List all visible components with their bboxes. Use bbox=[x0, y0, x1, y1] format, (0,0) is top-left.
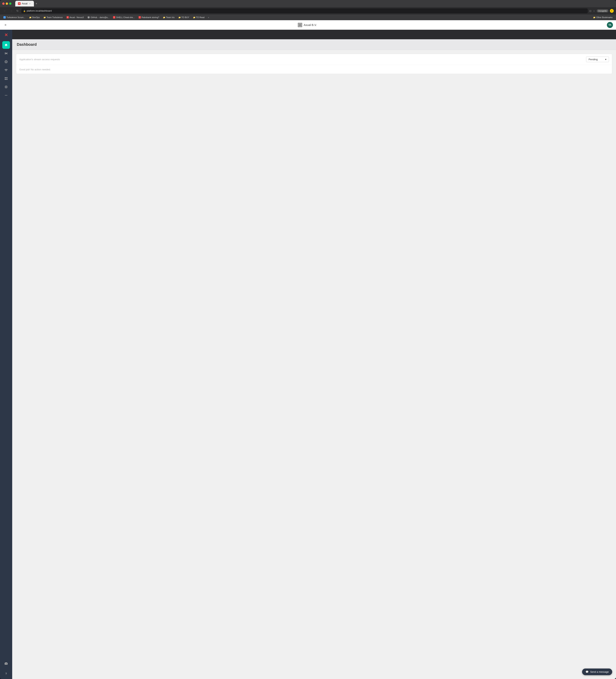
grid-icon bbox=[4, 77, 8, 80]
help-icon: ? bbox=[5, 672, 7, 675]
back-button[interactable]: ← bbox=[2, 8, 7, 13]
bookmark-devops[interactable]: 📁 DevOps bbox=[28, 15, 41, 19]
request-card-body: Good job! No action needed. bbox=[16, 65, 612, 74]
content-area: Application's stream access requests Pen… bbox=[12, 50, 616, 78]
sidebar: ✕ bbox=[0, 30, 12, 679]
close-window-btn[interactable] bbox=[2, 2, 5, 5]
access-request-card: Application's stream access requests Pen… bbox=[16, 54, 612, 74]
bookmark-github[interactable]: ● GitHub. - dario@a... bbox=[86, 15, 111, 19]
sidebar-item-settings[interactable] bbox=[2, 660, 10, 668]
pending-dropdown-label: Pending bbox=[589, 58, 598, 61]
maximize-window-btn[interactable] bbox=[9, 2, 11, 5]
shell-icon: ! bbox=[113, 16, 115, 19]
axual-logo-icon bbox=[298, 23, 302, 27]
page-title: Dashboard bbox=[17, 42, 611, 47]
main-content: Dashboard Application's stream access re… bbox=[12, 39, 616, 679]
page-title-bar: Dashboard bbox=[12, 39, 616, 50]
minimize-window-btn[interactable] bbox=[6, 2, 8, 5]
bookmark-team-turbulence[interactable]: 📁 Team Turbulence bbox=[42, 15, 64, 19]
folder-icon: 📁 bbox=[593, 17, 595, 19]
folder-icon: 📁 bbox=[29, 17, 31, 19]
bookmark-turbulence-scrum[interactable]: Turbulence Scrum... bbox=[2, 15, 27, 19]
hamburger-menu-button[interactable]: ≡ bbox=[3, 23, 8, 28]
sidebar-item-more[interactable] bbox=[2, 92, 10, 99]
no-action-text: Good job! No action needed. bbox=[19, 68, 51, 71]
incognito-label: Incognito bbox=[598, 10, 607, 12]
folder-icon: 📁 bbox=[193, 17, 195, 19]
app-layout: ≡ Axual B.V. TA bbox=[0, 20, 616, 679]
address-bar: ← → ↻ 🔒 platform.local/dashboard ⊡ ☆ Inc… bbox=[0, 7, 616, 14]
request-card-label: Application's stream access requests bbox=[19, 58, 60, 61]
sidebar-item-help[interactable]: ? bbox=[2, 670, 10, 677]
bookmark-icon bbox=[3, 16, 6, 19]
bookmark-rabobank[interactable]: ! Rabobank storing? bbox=[137, 15, 161, 19]
tab-close-button[interactable]: × bbox=[29, 2, 31, 5]
forward-button[interactable]: → bbox=[9, 8, 14, 13]
sidebar-item-home[interactable] bbox=[2, 41, 10, 49]
home-icon bbox=[4, 43, 8, 47]
other-bookmarks-label: Other Bookmarks bbox=[596, 16, 613, 19]
bookmark-to-buy[interactable]: 📁 TO BUY bbox=[177, 15, 191, 19]
incognito-badge: Incognito bbox=[597, 9, 608, 12]
sidebar-item-monitor[interactable] bbox=[2, 58, 10, 66]
cast-icon: ⊡ bbox=[589, 9, 591, 12]
streams-icon bbox=[4, 52, 8, 55]
database-icon bbox=[4, 85, 8, 89]
active-tab[interactable]: ✕ Axual × bbox=[15, 1, 34, 6]
address-input-wrap[interactable]: 🔒 platform.local/dashboard bbox=[21, 8, 588, 13]
monitor-icon bbox=[4, 60, 8, 63]
bookmarks-bar: Turbulence Scrum... 📁 DevOps 📁 Team Turb… bbox=[0, 14, 616, 20]
folder-icon: 📁 bbox=[179, 17, 181, 19]
send-message-label: Send a message bbox=[590, 671, 609, 673]
address-text: platform.local/dashboard bbox=[27, 9, 586, 12]
tab-title: Axual bbox=[22, 2, 27, 5]
send-message-button[interactable]: 💬 Send a message bbox=[582, 669, 612, 675]
app-name: Axual B.V. bbox=[303, 23, 317, 27]
sidebar-logo: ✕ bbox=[2, 31, 10, 39]
traffic-lights bbox=[2, 2, 11, 5]
other-bookmarks[interactable]: 📁 Other Bookmarks bbox=[592, 15, 614, 19]
bookmark-to-read[interactable]: 📁 TO Read bbox=[192, 15, 206, 19]
star-icon[interactable]: ☆ bbox=[593, 9, 595, 12]
tab-favicon: ✕ bbox=[18, 2, 21, 5]
folder-icon: 📁 bbox=[163, 17, 165, 19]
bookmark-axual-nexus3[interactable]: ✕ Axual - Nexus3 bbox=[65, 15, 86, 19]
chat-icon: 💬 bbox=[585, 671, 589, 673]
rabobank-icon: ! bbox=[138, 16, 141, 19]
header-logo-area: Axual B.V. bbox=[8, 23, 607, 27]
user-avatar[interactable]: TA bbox=[607, 22, 613, 28]
pending-dropdown[interactable]: Pending ▾ bbox=[586, 57, 609, 62]
sidebar-item-applications[interactable] bbox=[2, 75, 10, 83]
axual-icon: ✕ bbox=[67, 16, 69, 19]
connectivity-icon bbox=[4, 68, 8, 72]
refresh-button[interactable]: ↻ bbox=[15, 8, 20, 13]
sidebar-item-connectivity[interactable] bbox=[2, 66, 10, 74]
tab-bar: ✕ Axual × + bbox=[15, 1, 614, 6]
new-tab-button[interactable]: + bbox=[34, 2, 39, 5]
request-card-header: Application's stream access requests Pen… bbox=[16, 54, 612, 65]
github-icon: ● bbox=[88, 16, 90, 19]
app-header: ≡ Axual B.V. TA bbox=[0, 20, 616, 30]
bookmark-shell-cheat[interactable]: ! SHELL Cheat-she... bbox=[111, 15, 136, 19]
sidebar-item-streams[interactable] bbox=[2, 50, 10, 57]
bookmarks-more-button[interactable]: » bbox=[207, 15, 210, 19]
camera-icon bbox=[4, 662, 8, 666]
sidebar-item-database[interactable] bbox=[2, 83, 10, 91]
axual-x-logo: ✕ bbox=[4, 33, 8, 37]
app-body: ≡ Axual B.V. TA bbox=[0, 20, 616, 679]
lock-icon: 🔒 bbox=[23, 10, 26, 12]
title-bar: ✕ Axual × + bbox=[0, 0, 616, 7]
address-right-icons: ⊡ ☆ Incognito ● bbox=[589, 9, 614, 13]
chevron-down-icon: ▾ bbox=[605, 58, 607, 61]
more-icon bbox=[4, 94, 8, 97]
folder-icon: 📁 bbox=[43, 17, 46, 19]
user-avatar-browser[interactable]: ● bbox=[610, 9, 614, 13]
bookmark-team-iris[interactable]: 📁 Team Iris bbox=[161, 15, 176, 19]
